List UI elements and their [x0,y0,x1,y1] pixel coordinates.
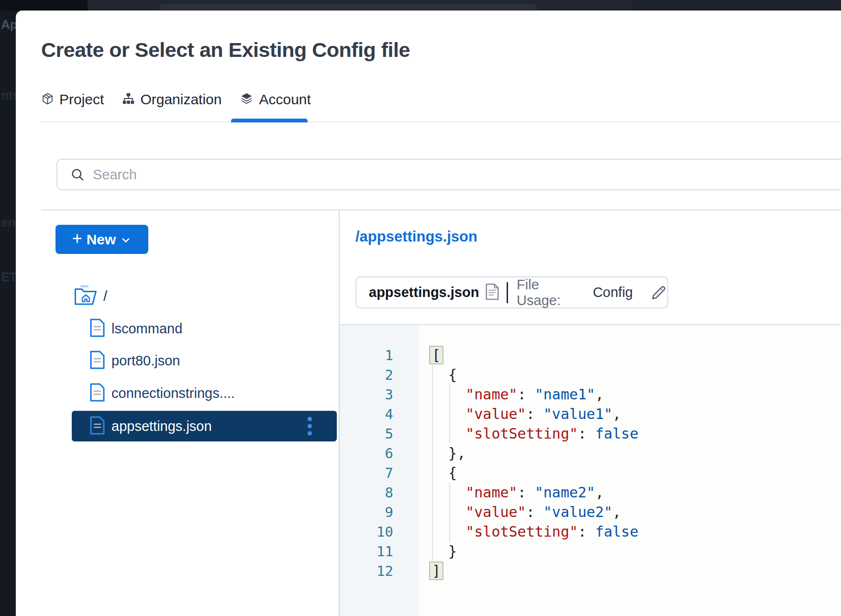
code-editor[interactable]: 1[2 {3 "name": "name1",4 "value": "value… [340,324,841,616]
line-content: [ [418,345,443,365]
separator-bar [507,282,508,303]
tab-organization[interactable]: Organization [122,91,221,108]
tab-organization-label: Organization [140,91,221,108]
code-line[interactable]: 4 "value": "value1", [340,404,841,424]
line-content: "value": "value2", [418,502,621,522]
tree-item-appsettings-selected[interactable]: appsettings.json [72,411,337,441]
config-file-dialog: Create or Select an Existing Config file… [16,11,841,616]
line-content: { [418,365,457,385]
background-topbar-right [631,0,841,11]
line-number: 5 [340,426,418,442]
line-number: 12 [340,563,418,579]
tree-item-port80[interactable]: port80.json [90,350,180,372]
new-button[interactable]: + New [55,225,148,254]
line-number: 3 [340,386,418,403]
document-icon [486,283,499,302]
code-line[interactable]: 1[ [340,345,841,365]
sitemap-icon [122,92,135,107]
line-number: 10 [340,524,418,540]
tab-account[interactable]: Account [240,91,310,108]
tree-item-label: appsettings.json [111,418,212,434]
code-line[interactable]: 8 "name": "name2", [340,483,841,502]
code-line[interactable]: 6 }, [340,443,841,463]
line-content: "name": "name2", [418,483,604,502]
dialog-title: Create or Select an Existing Config file [41,38,410,62]
code-line[interactable]: 2 { [340,365,841,385]
tree-item-lscommand[interactable]: lscommand [90,318,182,340]
editor-lines: 1[2 {3 "name": "name1",4 "value": "value… [340,345,841,581]
tree-root-label: / [103,288,107,304]
line-number: 11 [340,543,418,560]
line-content: ] [418,561,443,581]
code-line[interactable]: 10 "slotSetting": false [340,522,841,541]
tab-bar: Project Organization [41,86,311,113]
code-line[interactable]: 7 { [340,463,841,483]
tab-project-label: Project [59,91,104,108]
tree-root-folder[interactable]: / [74,285,107,307]
code-line[interactable]: 12] [340,561,841,581]
search-box [56,159,841,190]
line-number: 7 [340,465,418,481]
chevron-down-icon [120,234,132,246]
cube-icon [41,92,54,107]
background-window-edge [159,4,537,11]
tree-item-label: port80.json [111,353,180,369]
document-icon [90,416,105,437]
line-number: 8 [340,484,418,501]
line-content: "value": "value1", [418,404,621,424]
line-number: 2 [340,367,418,383]
line-content: "slotSetting": false [418,522,639,541]
line-content: }, [418,443,465,463]
active-tab-indicator [231,119,308,122]
document-icon [90,351,105,371]
code-line[interactable]: 5 "slotSetting": false [340,424,841,443]
screen: Api nts ents ET Create or Select an Exis… [0,0,841,616]
file-info-box: appsettings.json File Usage: Config [355,276,668,308]
tab-project[interactable]: Project [41,91,104,108]
file-usage-value: Config [593,285,633,300]
code-line[interactable]: 11 } [340,541,841,561]
search-icon [70,167,85,182]
line-number: 4 [340,406,418,422]
tree-item-connectionstrings[interactable]: connectionstrings.... [90,382,235,404]
line-number: 9 [340,504,418,520]
new-button-label: New [87,231,116,248]
line-number: 6 [340,445,418,462]
code-line[interactable]: 9 "value": "value2", [340,502,841,522]
edit-pencil-icon[interactable] [650,284,667,301]
background-sidebar-strip: Api nts ents ET [0,11,16,616]
line-content: "slotSetting": false [418,424,639,443]
tree-item-label: lscommand [111,321,182,337]
background-topbar [0,0,841,11]
tree-item-label: connectionstrings.... [111,385,235,401]
background-text-fragment: ET [1,270,17,285]
code-line[interactable]: 3 "name": "name1", [340,385,841,404]
item-menu-icon[interactable] [306,415,314,438]
tab-bar-border [41,121,841,122]
line-content: "name": "name1", [418,385,604,404]
file-path-title: /appsettings.json [355,228,477,245]
plus-icon: + [72,230,82,247]
layers-icon [240,92,254,108]
file-usage-label: File Usage: [517,277,578,308]
line-number: 1 [340,347,418,363]
content-divider [41,209,841,210]
document-icon [90,383,105,404]
search-input[interactable] [92,166,668,183]
folder-home-icon [74,285,97,308]
document-icon [90,319,105,339]
background-dark-block [0,0,88,11]
line-content: } [418,541,457,561]
file-info-name: appsettings.json [369,285,479,300]
line-content: { [418,463,457,483]
tab-account-label: Account [259,91,310,108]
